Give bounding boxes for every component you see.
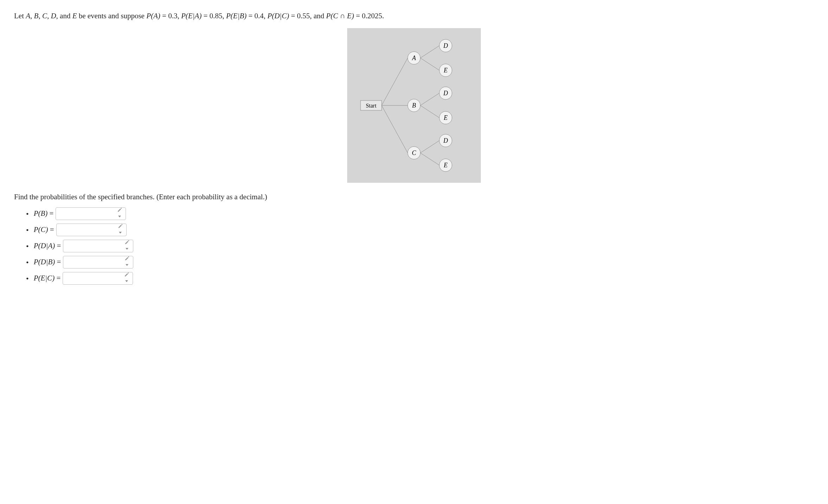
start-node: Start [366, 102, 377, 108]
svg-line-0 [382, 58, 408, 105]
node-c: C [412, 149, 416, 156]
answer-label: P(D|B) = [34, 257, 61, 268]
answer-input-pb[interactable] [56, 207, 126, 220]
node-c-e: E [444, 162, 448, 169]
answer-label: P(E|C) = [34, 273, 61, 284]
answer-input-pc[interactable] [56, 224, 127, 236]
answer-input-pda[interactable] [63, 240, 133, 252]
svg-line-2 [382, 105, 408, 153]
problem-statement: Let A, B, C, D, and E be events and supp… [14, 11, 814, 22]
answer-label: P(C) = [34, 224, 54, 235]
answer-list: P(B) = P(C) = P(D|A) = P(D|B) = [14, 207, 814, 285]
svg-line-8 [420, 153, 439, 165]
answer-row-pec: P(E|C) = [35, 272, 814, 285]
svg-line-6 [420, 105, 439, 118]
answer-label: P(B) = [34, 208, 54, 219]
svg-line-3 [420, 46, 439, 58]
answer-input-pec[interactable] [63, 272, 133, 285]
node-b-d: D [443, 90, 448, 97]
answer-row-pb: P(B) = [35, 207, 814, 220]
answer-input-pdb[interactable] [63, 256, 133, 269]
node-c-d: D [443, 137, 448, 144]
tree-diagram: Start A B C D E D E D E [347, 28, 481, 183]
svg-line-5 [420, 93, 439, 105]
answer-row-pc: P(C) = [35, 224, 814, 236]
node-a-d: D [443, 42, 448, 49]
svg-line-4 [420, 58, 439, 70]
answer-row-pdb: P(D|B) = [35, 256, 814, 269]
vars: A, B, C, D, [26, 12, 58, 20]
answer-row-pda: P(D|A) = [35, 240, 814, 252]
instruction-text: Find the probabilities of the specified … [14, 192, 814, 203]
node-a-e: E [444, 67, 448, 74]
node-b-e: E [444, 114, 448, 121]
answer-label: P(D|A) = [34, 240, 61, 252]
node-a: A [412, 54, 416, 62]
svg-line-7 [420, 141, 439, 153]
node-b: B [412, 102, 416, 109]
